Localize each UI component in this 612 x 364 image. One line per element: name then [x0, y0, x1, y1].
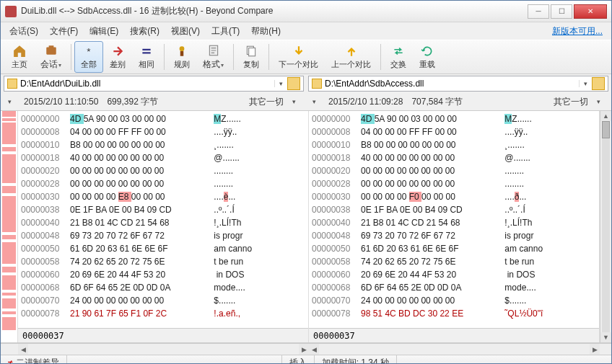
right-size: 707,584 字节 — [411, 96, 463, 108]
svg-rect-0 — [46, 47, 56, 54]
diff-filter-button[interactable]: 差别 — [103, 41, 132, 73]
right-pane: 00000000 4D 5A 90 00 03 00 00 00 MZ.....… — [309, 111, 600, 342]
diff-thumbnail[interactable] — [1, 111, 18, 342]
right-date: 2015/2/10 11:09:28 — [328, 97, 403, 107]
left-date: 2015/2/10 11:10:50 — [24, 97, 98, 107]
left-pane: 00000000 4D 5A 90 00 03 00 00 00 MZ.....… — [18, 111, 309, 342]
home-button[interactable]: 主页 — [5, 41, 34, 73]
dropdown-icon[interactable]: ▾ — [597, 98, 604, 105]
minimize-button[interactable]: ─ — [528, 4, 549, 19]
app-icon — [5, 6, 17, 17]
menu-help[interactable]: 帮助(H) — [245, 23, 287, 40]
next-diff-button[interactable]: 下一个对比 — [272, 41, 325, 73]
scroll-left-icon[interactable]: ◀ — [309, 344, 319, 355]
menu-view[interactable]: 视图(V) — [165, 23, 206, 40]
reload-button[interactable]: 重载 — [413, 41, 442, 73]
menu-edit[interactable]: 编辑(E) — [84, 23, 124, 40]
svg-rect-4 — [180, 51, 184, 56]
scroll-right-icon[interactable]: ▶ — [590, 344, 600, 355]
menu-search[interactable]: 搜索(R) — [124, 23, 165, 40]
svg-rect-1 — [48, 45, 53, 48]
same-filter-button[interactable]: 相同 — [132, 41, 161, 73]
close-button[interactable]: ✕ — [574, 4, 607, 19]
right-info: ▾ 2015/2/10 11:09:28 707,584 字节 其它一切 ▾ — [308, 93, 608, 110]
diff-status: ≠二进制差异 — [1, 355, 67, 364]
right-path-input[interactable] — [325, 79, 577, 89]
file-icon — [7, 79, 17, 89]
vertical-scrollbar[interactable]: ▲ ▼ — [600, 111, 611, 342]
prev-diff-button[interactable]: 上一个对比 — [325, 41, 377, 73]
scroll-right-icon[interactable]: ▶ — [299, 344, 309, 355]
insert-mode: 插入 — [282, 355, 315, 364]
left-offset: 00000037 — [18, 328, 308, 342]
browse-button[interactable] — [592, 77, 605, 90]
main-area: 00000000 4D 5A 90 00 03 00 00 00 MZ.....… — [1, 110, 611, 343]
svg-text:*: * — [87, 45, 91, 56]
window-title: DuiLib.dll <--> SdbAccess.dll - 16 进制比较(… — [21, 5, 526, 17]
menu-session[interactable]: 会话(S) — [4, 23, 44, 40]
right-other[interactable]: 其它一切 — [554, 96, 588, 108]
load-time: 加载时间: 1.34 秒 — [315, 355, 397, 364]
not-equal-icon: ≠ — [8, 358, 13, 365]
menu-file[interactable]: 文件(F) — [44, 23, 84, 40]
format-button[interactable]: 格式▾ — [196, 41, 230, 73]
left-other[interactable]: 其它一切 — [249, 96, 284, 108]
statusbar: ≠二进制差异 插入 加载时间: 1.34 秒 — [1, 355, 611, 364]
swap-button[interactable]: 交换 — [384, 41, 413, 73]
menu-tools[interactable]: 工具(T) — [206, 23, 245, 40]
menubar: 会话(S) 文件(F) 编辑(E) 搜索(R) 视图(V) 工具(T) 帮助(H… — [1, 22, 611, 40]
right-hex-view[interactable]: 00000000 4D 5A 90 00 03 00 00 00 MZ.....… — [309, 111, 599, 328]
left-info: ▾ 2015/2/10 11:10:50 699,392 字节 其它一切 ▾ — [4, 93, 304, 110]
left-hex-view[interactable]: 00000000 4D 5A 90 00 03 00 00 00 MZ.....… — [18, 111, 308, 328]
dropdown-icon[interactable]: ▾ — [274, 80, 284, 87]
rules-button[interactable]: 规则 — [167, 41, 196, 73]
session-button[interactable]: 会话▾ — [34, 41, 68, 73]
dropdown-icon[interactable]: ▾ — [579, 80, 589, 87]
scroll-down-icon[interactable]: ▼ — [600, 332, 611, 342]
expand-icon[interactable]: ▾ — [312, 98, 320, 105]
all-filter-button[interactable]: *全部 — [74, 41, 103, 73]
scroll-left-icon[interactable]: ◀ — [18, 344, 28, 355]
browse-button[interactable] — [287, 77, 300, 90]
path-row: ▾ ▾ — [1, 74, 611, 93]
dropdown-icon[interactable]: ▾ — [292, 98, 300, 105]
right-path-box: ▾ — [308, 76, 608, 92]
svg-point-3 — [180, 46, 185, 51]
left-path-box: ▾ — [4, 76, 304, 92]
info-row: ▾ 2015/2/10 11:10:50 699,392 字节 其它一切 ▾ ▾… — [1, 93, 611, 110]
update-link[interactable]: 新版本可用... — [552, 25, 603, 37]
scroll-up-icon[interactable]: ▲ — [600, 111, 611, 121]
horizontal-scrollbar[interactable]: ◀▶ ◀▶ — [1, 343, 611, 355]
file-icon — [312, 79, 322, 89]
maximize-button[interactable]: ☐ — [551, 4, 572, 19]
right-offset: 00000037 — [309, 328, 599, 342]
expand-icon[interactable]: ▾ — [8, 98, 15, 105]
titlebar: DuiLib.dll <--> SdbAccess.dll - 16 进制比较(… — [1, 1, 611, 22]
left-size: 699,392 字节 — [107, 96, 158, 108]
svg-rect-7 — [249, 48, 255, 56]
copy-button[interactable]: 复制 — [237, 41, 266, 73]
toolbar: 主页 会话▾ *全部 差别 相同 规则 格式▾ 复制 下一个对比 上一个对比 交… — [1, 40, 611, 74]
left-path-input[interactable] — [20, 79, 273, 89]
